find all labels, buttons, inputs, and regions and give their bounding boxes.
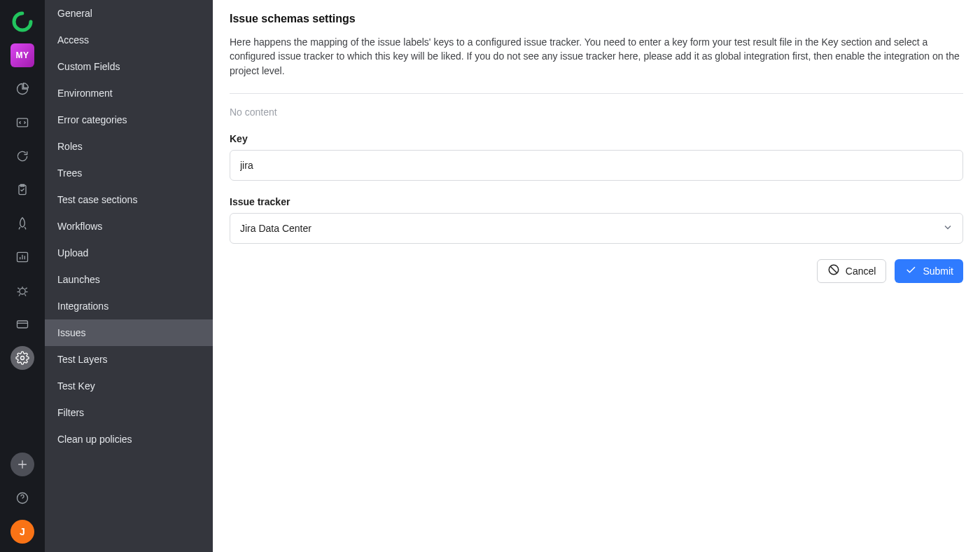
divider — [230, 93, 963, 94]
sidebar-item-trees[interactable]: Trees — [45, 160, 213, 186]
no-content-text: No content — [230, 106, 963, 118]
sidebar-item-issues[interactable]: Issues — [45, 319, 213, 346]
nav-help-icon[interactable] — [10, 486, 34, 510]
submit-button-label: Submit — [923, 265, 953, 277]
sidebar-item-upload[interactable]: Upload — [45, 240, 213, 266]
svg-point-6 — [21, 357, 24, 360]
nav-settings-icon[interactable] — [10, 346, 34, 370]
app-logo[interactable] — [10, 10, 34, 34]
key-label: Key — [230, 133, 963, 144]
nav-analytics-icon[interactable] — [10, 245, 34, 269]
sidebar-item-clean-up-policies[interactable]: Clean up policies — [45, 426, 213, 453]
sidebar-item-test-case-sections[interactable]: Test case sections — [45, 186, 213, 213]
svg-point-4 — [20, 289, 25, 294]
user-avatar[interactable]: J — [10, 520, 34, 544]
page-title: Issue schemas settings — [230, 13, 963, 25]
sidebar-item-general[interactable]: General — [45, 0, 213, 27]
nav-overview-icon[interactable] — [10, 77, 34, 101]
sidebar-item-custom-fields[interactable]: Custom Fields — [45, 53, 213, 80]
page-description: Here happens the mapping of the issue la… — [230, 35, 963, 78]
form-actions: Cancel Submit — [230, 259, 963, 283]
key-field-block: Key — [230, 133, 963, 181]
issue-tracker-select[interactable]: Jira Data Center — [230, 213, 963, 244]
check-icon — [904, 263, 917, 278]
sidebar-item-launches[interactable]: Launches — [45, 266, 213, 293]
cancel-button[interactable]: Cancel — [817, 259, 887, 283]
svg-rect-5 — [18, 321, 28, 328]
nav-jobs-icon[interactable] — [10, 312, 34, 336]
nav-refresh-icon[interactable] — [10, 144, 34, 168]
nav-add-icon[interactable] — [10, 453, 34, 476]
nav-launches-icon[interactable] — [10, 212, 34, 235]
sidebar-item-filters[interactable]: Filters — [45, 399, 213, 426]
sidebar-item-test-key[interactable]: Test Key — [45, 373, 213, 399]
settings-sidebar: General Access Custom Fields Environment… — [45, 0, 213, 552]
icon-rail: MY J — [0, 0, 45, 552]
project-badge[interactable]: MY — [10, 43, 34, 67]
sidebar-item-access[interactable]: Access — [45, 27, 213, 53]
cancel-icon — [827, 263, 840, 278]
svg-rect-1 — [18, 118, 28, 127]
sidebar-item-test-layers[interactable]: Test Layers — [45, 346, 213, 373]
cancel-button-label: Cancel — [846, 265, 876, 277]
issue-tracker-label: Issue tracker — [230, 196, 963, 207]
nav-defects-icon[interactable] — [10, 279, 34, 303]
main-content: Issue schemas settings Here happens the … — [213, 0, 980, 552]
sidebar-item-roles[interactable]: Roles — [45, 133, 213, 160]
nav-code-icon[interactable] — [10, 111, 34, 134]
tracker-field-block: Issue tracker Jira Data Center — [230, 196, 963, 244]
sidebar-item-environment[interactable]: Environment — [45, 80, 213, 106]
submit-button[interactable]: Submit — [895, 259, 963, 283]
sidebar-item-error-categories[interactable]: Error categories — [45, 106, 213, 133]
sidebar-item-workflows[interactable]: Workflows — [45, 213, 213, 240]
key-input[interactable] — [230, 150, 963, 181]
nav-testcases-icon[interactable] — [10, 178, 34, 202]
sidebar-item-integrations[interactable]: Integrations — [45, 293, 213, 319]
svg-point-0 — [14, 13, 31, 30]
